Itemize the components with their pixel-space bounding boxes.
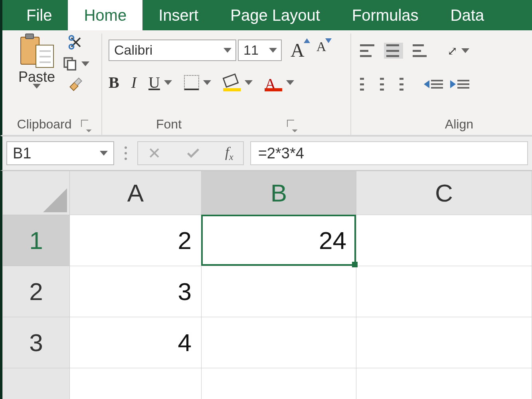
- name-box-value: B1: [13, 145, 31, 162]
- font-size-combo[interactable]: 11: [238, 40, 282, 61]
- format-painter-button[interactable]: [67, 77, 85, 94]
- underline-button[interactable]: U: [148, 73, 172, 92]
- select-all-corner[interactable]: [3, 171, 70, 215]
- arrow-left-icon: [424, 80, 429, 88]
- increase-indent-button[interactable]: [450, 80, 469, 89]
- chevron-down-icon: [164, 80, 172, 85]
- chevron-down-icon: [203, 80, 211, 85]
- cell-a1[interactable]: 2: [70, 215, 202, 266]
- grid[interactable]: A B C 1 2 24 2 3 3 4: [2, 171, 532, 399]
- tab-formulas[interactable]: Formulas: [336, 0, 435, 30]
- chevron-down-icon: [81, 61, 89, 66]
- cell-c1[interactable]: [356, 215, 532, 266]
- orientation-icon: ⤢: [447, 44, 457, 58]
- bold-button[interactable]: B: [109, 73, 119, 92]
- accept-formula-button[interactable]: [185, 145, 201, 161]
- svg-rect-3: [67, 61, 75, 70]
- row-header-2[interactable]: 2: [3, 266, 70, 317]
- fill-color-button[interactable]: [223, 75, 253, 91]
- tab-file[interactable]: File: [10, 0, 68, 30]
- align-left-button[interactable]: [358, 76, 369, 92]
- scissors-icon: [67, 34, 85, 51]
- tab-pagelayout[interactable]: Page Layout: [214, 0, 336, 30]
- copy-icon: [62, 56, 78, 72]
- cell-c2[interactable]: [356, 266, 532, 317]
- row-header-3[interactable]: 3: [3, 317, 70, 368]
- font-launcher-icon[interactable]: [287, 120, 297, 129]
- align-top-button[interactable]: [358, 43, 377, 59]
- insert-function-button[interactable]: fx: [225, 144, 233, 162]
- orientation-button[interactable]: ⤢: [447, 44, 469, 58]
- decrease-font-size-button[interactable]: A: [316, 39, 326, 61]
- cell-c3[interactable]: [356, 317, 532, 368]
- paste-button[interactable]: Paste: [18, 34, 55, 89]
- cell-a2[interactable]: 3: [70, 266, 202, 317]
- paste-label: Paste: [18, 69, 55, 85]
- paint-bucket-icon: [223, 75, 241, 91]
- group-font: Calibri 11 A A B I U: [102, 34, 351, 135]
- arrow-right-icon: [450, 80, 456, 88]
- group-clipboard: Paste: [6, 34, 102, 135]
- italic-button[interactable]: I: [131, 73, 136, 92]
- increase-font-size-button[interactable]: A: [291, 39, 305, 61]
- align-middle-button[interactable]: [384, 43, 403, 59]
- paintbrush-icon: [67, 77, 85, 94]
- font-color-button[interactable]: A: [265, 75, 294, 91]
- formula-bar-value: =2*3*4: [258, 145, 304, 162]
- group-font-label: Font: [156, 117, 182, 132]
- cell-c4[interactable]: [356, 368, 532, 399]
- font-color-icon: A: [265, 75, 282, 91]
- underline-icon: U: [148, 73, 160, 92]
- clipboard-launcher-icon[interactable]: [81, 120, 91, 129]
- paste-icon: [20, 34, 54, 68]
- decrease-indent-button[interactable]: [424, 80, 443, 89]
- chevron-down-icon: [269, 48, 277, 53]
- align-center-button[interactable]: [376, 76, 387, 92]
- chevron-down-icon: [223, 48, 231, 53]
- copy-button[interactable]: [62, 56, 89, 72]
- align-bottom-button[interactable]: [410, 43, 429, 59]
- cell-a3[interactable]: 4: [70, 317, 202, 368]
- ribbon: Paste: [0, 30, 532, 136]
- font-size-value: 11: [243, 42, 259, 58]
- formula-edit-buttons: ✕ fx: [137, 141, 244, 165]
- group-clipboard-label: Clipboard: [17, 117, 72, 132]
- row-header-4[interactable]: [3, 368, 70, 399]
- tab-insert[interactable]: Insert: [142, 0, 214, 30]
- formula-bar-input[interactable]: =2*3*4: [250, 141, 528, 165]
- formula-bar-row: B1 ✕ fx =2*3*4: [0, 136, 532, 171]
- chevron-down-icon: [461, 48, 469, 53]
- group-alignment-label: Align: [445, 117, 473, 132]
- group-alignment: ⤢ Align: [351, 34, 469, 135]
- chevron-down-icon: [100, 151, 108, 156]
- font-name-value: Calibri: [114, 42, 152, 58]
- resize-handle[interactable]: [121, 146, 131, 160]
- tab-home[interactable]: Home: [68, 0, 142, 30]
- align-right-button[interactable]: [395, 76, 406, 92]
- column-header-a[interactable]: A: [70, 171, 202, 215]
- name-box[interactable]: B1: [6, 141, 114, 165]
- tab-data[interactable]: Data: [435, 0, 500, 30]
- ribbon-tabs: File Home Insert Page Layout Formulas Da…: [0, 0, 532, 30]
- cell-b3[interactable]: [202, 317, 356, 368]
- row-header-1[interactable]: 1: [3, 215, 70, 266]
- font-name-combo[interactable]: Calibri: [109, 40, 236, 61]
- paste-dropdown-icon[interactable]: [33, 84, 41, 89]
- cancel-formula-button[interactable]: ✕: [148, 144, 161, 162]
- chevron-down-icon: [245, 80, 253, 85]
- column-header-b[interactable]: B: [202, 171, 356, 215]
- cut-button[interactable]: [67, 34, 85, 51]
- cell-a4[interactable]: [70, 368, 202, 399]
- cell-b1[interactable]: 24: [202, 215, 356, 266]
- cell-b4[interactable]: [202, 368, 356, 399]
- chevron-down-icon: [286, 80, 294, 85]
- borders-button[interactable]: [184, 75, 211, 90]
- worksheet: A B C 1 2 24 2 3 3 4: [0, 171, 532, 399]
- cell-b2[interactable]: [202, 266, 356, 317]
- borders-icon: [184, 75, 199, 90]
- column-header-c[interactable]: C: [356, 171, 532, 215]
